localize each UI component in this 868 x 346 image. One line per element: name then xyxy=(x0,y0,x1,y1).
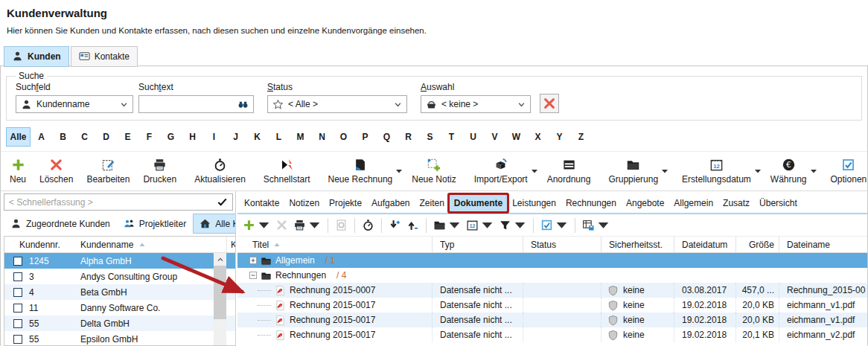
customer-row[interactable]: 4 Beta GmbH xyxy=(4,284,235,300)
toolbar-button-bearbeiten[interactable]: Bearbeiten xyxy=(80,156,136,186)
alphabet-filter-y[interactable]: Y xyxy=(549,127,570,147)
doc-toolbar-options-button[interactable] xyxy=(539,217,569,233)
dropdown-arrow-icon[interactable] xyxy=(555,219,568,231)
alphabet-filter-b[interactable]: B xyxy=(52,127,74,147)
dropdown-arrow-icon[interactable] xyxy=(597,219,610,231)
detail-tab-aufgaben[interactable]: Aufgaben xyxy=(367,195,414,211)
dropdown-arrow-icon[interactable] xyxy=(481,219,494,231)
customer-row[interactable]: 55 Delta GmbH xyxy=(4,315,235,331)
alphabet-filter-s[interactable]: S xyxy=(419,127,441,147)
customer-row[interactable]: 3 Andys Consulting Group xyxy=(4,269,235,284)
detail-tab-allgemein[interactable]: Allgemein xyxy=(669,195,718,211)
dropdown-arrow-icon[interactable] xyxy=(754,167,762,175)
alphabet-filter-o[interactable]: O xyxy=(333,127,354,147)
alphabet-filter-q[interactable]: Q xyxy=(376,127,398,147)
alphabet-filter-p[interactable]: P xyxy=(354,127,376,147)
row-checkbox[interactable] xyxy=(13,288,22,297)
alphabet-filter-g[interactable]: G xyxy=(160,127,182,147)
doc-toolbar-check-in-button[interactable] xyxy=(387,217,403,233)
alphabet-filter-c[interactable]: C xyxy=(74,127,95,147)
row-checkbox[interactable] xyxy=(13,257,22,266)
document-row[interactable]: Rechnung 2015-0017 Datensafe nicht ... k… xyxy=(237,298,867,313)
dropdown-arrow-icon[interactable] xyxy=(308,219,321,231)
dropdown-arrow-icon[interactable] xyxy=(531,167,538,175)
toolbar-button-neue-notiz[interactable]: Neue Notiz xyxy=(405,156,462,186)
dropdown-arrow-icon[interactable] xyxy=(395,167,403,175)
alphabet-filter-e[interactable]: E xyxy=(117,127,138,147)
customer-view-tab-alle-kunden[interactable]: Alle Kunden xyxy=(193,214,236,234)
suchtext-input[interactable] xyxy=(144,99,233,109)
detail-tab-leistungen[interactable]: Leistungen xyxy=(508,195,561,211)
dropdown-arrow-icon[interactable] xyxy=(448,219,461,231)
alphabet-filter-i[interactable]: I xyxy=(203,127,225,147)
dropdown-arrow-icon[interactable] xyxy=(810,167,817,175)
detail-tab-bersicht[interactable]: Übersicht xyxy=(755,195,802,211)
doc-toolbar-refresh-button[interactable] xyxy=(360,217,376,233)
document-row[interactable]: Rechnung 2015-0017 Datensafe nicht ... k… xyxy=(237,327,867,342)
alphabet-filter-x[interactable]: X xyxy=(527,127,549,147)
customer-view-tab-zugeordnete-kunden[interactable]: Zugeordnete Kunden xyxy=(4,214,117,234)
alphabet-filter-m[interactable]: M xyxy=(290,127,311,147)
doc-toolbar-check-out-button[interactable] xyxy=(405,217,421,233)
column-header-groesse[interactable]: Größe xyxy=(736,237,779,252)
toolbar-button-import-export[interactable]: Import/Export xyxy=(467,156,534,186)
alphabet-filter-alle[interactable]: Alle xyxy=(6,127,31,147)
tree-expand-icon[interactable] xyxy=(249,257,257,264)
document-row[interactable]: Rechnung 2015-0017 Datensafe nicht ... k… xyxy=(237,313,867,327)
toolbar-button-schnellstart[interactable]: Schnellstart xyxy=(257,156,317,186)
dropdown-arrow-icon[interactable] xyxy=(661,167,668,175)
toolbar-button-neu[interactable]: Neu xyxy=(3,156,33,186)
doc-toolbar-add-button[interactable] xyxy=(241,217,272,233)
toolbar-button-neue-rechnung[interactable]: Neue Rechnung xyxy=(322,156,400,186)
alphabet-filter-w[interactable]: W xyxy=(505,127,527,147)
column-header-dateiname[interactable]: Dateiname xyxy=(779,237,867,252)
column-header-dateidatum[interactable]: Dateidatum xyxy=(674,237,736,252)
alphabet-filter-k[interactable]: K xyxy=(246,127,268,147)
auswahl-select[interactable]: < keine > xyxy=(421,95,531,113)
toolbar-button-anordnung[interactable]: Anordnung xyxy=(540,156,598,186)
detail-tab-rechnungen[interactable]: Rechnungen xyxy=(561,195,621,211)
alphabet-filter-a[interactable]: A xyxy=(31,127,52,147)
doc-toolbar-print-button[interactable] xyxy=(292,217,322,233)
customer-row[interactable]: 55 Epsilon GmbH xyxy=(4,331,235,346)
detail-tab-kontakte[interactable]: Kontakte xyxy=(240,195,284,211)
document-row[interactable]: Rechnung 2015-0007 Datensafe nicht ... k… xyxy=(237,283,867,298)
dropdown-arrow-icon[interactable] xyxy=(258,219,270,231)
detail-tab-zeiten[interactable]: Zeiten xyxy=(415,195,448,211)
row-checkbox[interactable] xyxy=(13,304,22,313)
doc-toolbar-export-button[interactable] xyxy=(581,217,611,233)
alphabet-filter-u[interactable]: U xyxy=(462,127,484,147)
customer-row[interactable]: 11 Danny Software Co. xyxy=(4,300,235,315)
scrollbar-thumb[interactable] xyxy=(214,266,226,319)
toolbar-button-l-schen[interactable]: Löschen xyxy=(33,156,80,186)
column-header-kundenname[interactable]: Kundenname xyxy=(80,240,226,250)
row-checkbox[interactable] xyxy=(13,272,22,281)
main-tab-kunden[interactable]: Kunden xyxy=(4,46,69,67)
suchfeld-select[interactable]: Kundenname xyxy=(16,95,133,113)
alphabet-filter-v[interactable]: V xyxy=(484,127,505,147)
doc-toolbar-folder-button[interactable] xyxy=(432,217,462,233)
alphabet-filter-j[interactable]: J xyxy=(225,127,246,147)
column-header-titel[interactable]: Titel xyxy=(237,237,433,252)
toolbar-button-w-hrung[interactable]: € Währung xyxy=(764,156,814,186)
folder-row-rechnungen[interactable]: Rechnungen / 4 xyxy=(237,268,867,283)
column-header-k[interactable]: K xyxy=(226,237,235,252)
alphabet-filter-r[interactable]: R xyxy=(398,127,419,147)
detail-tab-projekte[interactable]: Projekte xyxy=(325,195,366,211)
toolbar-button-drucken[interactable]: Drucken xyxy=(136,156,183,186)
customer-view-tab-projektleiter[interactable]: Projektleiter xyxy=(117,214,193,234)
toolbar-button-gruppierung[interactable]: Gruppierung xyxy=(601,156,665,186)
column-header-typ[interactable]: Typ xyxy=(433,237,523,252)
detail-tab-notizen[interactable]: Notizen xyxy=(284,195,324,211)
column-header-kundennr[interactable]: Kundennr. xyxy=(4,240,80,250)
alphabet-filter-t[interactable]: T xyxy=(441,127,462,147)
detail-tab-angebote[interactable]: Angebote xyxy=(622,195,668,211)
detail-tab-zusatz[interactable]: Zusatz xyxy=(718,195,754,211)
clear-search-button[interactable] xyxy=(540,94,559,113)
alphabet-filter-h[interactable]: H xyxy=(182,127,203,147)
alphabet-filter-d[interactable]: D xyxy=(95,127,117,147)
column-header-status[interactable]: Status xyxy=(523,237,601,252)
doc-toolbar-date-button[interactable]: 12 xyxy=(465,217,495,233)
column-header-sicherheitsst[interactable]: Sicherheitsst. xyxy=(601,237,674,252)
row-checkbox[interactable] xyxy=(13,319,22,328)
